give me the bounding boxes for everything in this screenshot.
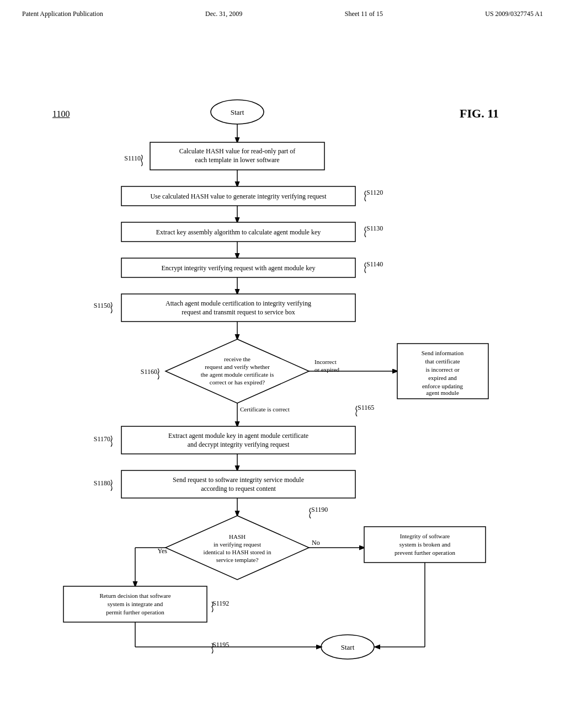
svg-text:is incorrect or: is incorrect or	[425, 366, 459, 373]
svg-rect-20	[121, 294, 355, 322]
svg-text:that certificate: that certificate	[425, 358, 460, 365]
svg-text:S1130: S1130	[366, 224, 383, 232]
page-header: Patent Application Publication Dec. 31, …	[0, 0, 565, 18]
svg-text:or expired: or expired	[315, 366, 339, 373]
svg-text:request and verify whether: request and verify whether	[205, 363, 270, 370]
svg-text:Encrypt integrity verifying re: Encrypt integrity verifying request with…	[162, 264, 316, 272]
svg-text:Start: Start	[231, 108, 244, 116]
svg-text:each template in lower softwar: each template in lower software	[195, 156, 279, 164]
svg-text:S1140: S1140	[366, 260, 383, 268]
svg-text:S1120: S1120	[366, 189, 383, 196]
svg-text:S1195: S1195	[212, 641, 229, 649]
svg-text:service template?: service template?	[216, 556, 259, 563]
svg-text:request and transmit request t: request and transmit request to service …	[182, 308, 295, 316]
svg-text:S1190: S1190	[311, 506, 328, 513]
svg-text:S1180: S1180	[94, 479, 110, 487]
svg-text:agent module: agent module	[426, 389, 459, 396]
svg-text:system is broken and: system is broken and	[399, 541, 451, 548]
header-center: Dec. 31, 2009	[205, 10, 242, 18]
svg-text:Calculate HASH value for read-: Calculate HASH value for read-only part …	[179, 147, 296, 155]
svg-text:and decrypt integrity verifyin: and decrypt integrity verifying request	[188, 441, 290, 448]
svg-text:Send request to software integ: Send request to software integrity servi…	[173, 476, 304, 484]
header-right: US 2009/0327745 A1	[485, 10, 543, 18]
svg-text:Yes: Yes	[158, 547, 168, 555]
svg-text:Integrity of software: Integrity of software	[400, 533, 450, 539]
svg-text:prevent further operation: prevent further operation	[395, 549, 455, 556]
svg-text:S1192: S1192	[212, 599, 229, 607]
svg-text:S1165: S1165	[358, 404, 374, 411]
svg-text:Return decision that software: Return decision that software	[99, 592, 170, 599]
svg-text:Certificate is correct: Certificate is correct	[240, 406, 290, 413]
header-left: Patent Application Publication	[22, 10, 103, 18]
svg-text:enforce updating: enforce updating	[422, 383, 463, 389]
svg-text:Use calculated HASH value to g: Use calculated HASH value to generate in…	[150, 192, 327, 200]
svg-text:S1170: S1170	[94, 435, 110, 443]
svg-text:permit further operation: permit further operation	[106, 609, 164, 615]
svg-rect-49	[121, 470, 355, 498]
svg-text:the agent module certificate i: the agent module certificate is	[201, 371, 274, 378]
svg-rect-44	[121, 426, 355, 454]
svg-text:S1110: S1110	[124, 154, 141, 162]
svg-text:system is integrate and: system is integrate and	[108, 601, 163, 607]
svg-text:in verifying request: in verifying request	[214, 541, 261, 548]
svg-text:Send information: Send information	[422, 350, 464, 356]
svg-text:identical to HASH stored in: identical to HASH stored in	[204, 549, 271, 555]
diagram-area: 1100 FIG. 11 Start Calculate HASH value …	[0, 24, 565, 697]
svg-text:Extract agent module key in ag: Extract agent module key in agent module…	[168, 432, 308, 440]
svg-text:Start: Start	[341, 643, 355, 651]
svg-text:receive the: receive the	[224, 356, 250, 362]
svg-text:HASH: HASH	[229, 533, 246, 540]
svg-text:Incorrect: Incorrect	[315, 358, 337, 365]
svg-text:expired and: expired and	[428, 374, 457, 381]
svg-text:correct or has expired?: correct or has expired?	[210, 379, 265, 386]
svg-text:according to request content: according to request content	[201, 485, 276, 493]
svg-text:S1150: S1150	[94, 302, 110, 309]
svg-text:S1160: S1160	[141, 368, 157, 376]
svg-text:No: No	[312, 539, 320, 547]
svg-marker-54	[166, 516, 309, 580]
header-sheet: Sheet 11 of 15	[345, 10, 383, 18]
svg-text:Attach agent module certificat: Attach agent module certification to int…	[166, 299, 311, 307]
flowchart-svg: Start Calculate HASH value for read-only…	[0, 24, 565, 697]
svg-text:Extract key assembly algorithm: Extract key assembly algorithm to calcul…	[156, 228, 321, 236]
